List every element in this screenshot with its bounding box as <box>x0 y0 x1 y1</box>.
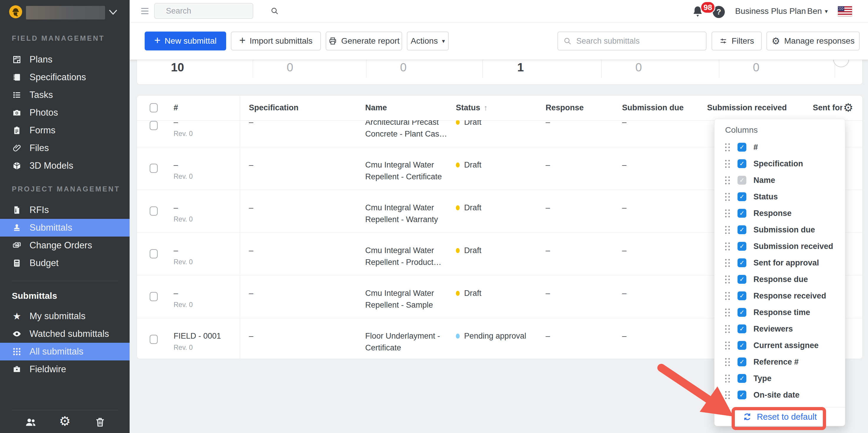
project-switcher[interactable] <box>0 0 130 24</box>
checkbox-checked[interactable]: ✓ <box>738 258 746 267</box>
import-submittals-button[interactable]: + Import submittals <box>231 32 321 51</box>
columns-menu-item-status[interactable]: ✓Status <box>714 189 845 205</box>
row-checkbox[interactable] <box>150 206 158 215</box>
columns-menu-item-response-received[interactable]: ✓Response received <box>714 288 845 304</box>
checkbox-checked[interactable]: ✓ <box>738 242 746 251</box>
sidebar-item-my-submittals[interactable]: ★ My submittals <box>0 307 130 325</box>
sidebar-item-change-orders[interactable]: Change Orders <box>0 237 130 254</box>
column-header-number[interactable]: # <box>174 103 178 112</box>
drag-handle-icon[interactable] <box>725 375 726 376</box>
column-header-specification[interactable]: Specification <box>249 103 299 112</box>
column-header-status[interactable]: Status↑ <box>456 103 488 112</box>
sidebar-item-watched-submittals[interactable]: Watched submittals <box>0 325 130 343</box>
language-flag-icon[interactable] <box>838 6 852 16</box>
status-dot <box>456 291 460 296</box>
columns-menu-item-response-due[interactable]: ✓Response due <box>714 271 845 288</box>
checkbox-checked[interactable]: ✓ <box>738 292 746 300</box>
sidebar-item-forms[interactable]: Forms <box>0 122 130 139</box>
drag-handle-icon[interactable] <box>725 275 726 277</box>
columns-menu-item-current-assignee[interactable]: ✓Current assignee <box>714 337 845 354</box>
drag-handle-icon[interactable] <box>725 391 726 393</box>
drag-handle-icon[interactable] <box>725 259 726 261</box>
drag-handle-icon[interactable] <box>725 308 726 310</box>
sidebar-item-3d-models[interactable]: 3D Models <box>0 157 130 175</box>
drag-handle-icon[interactable] <box>725 341 726 343</box>
sidebar-item-plans[interactable]: Plans <box>0 51 130 68</box>
sidebar-item-submittals[interactable]: Submittals <box>0 219 130 237</box>
filters-button[interactable]: Filters <box>712 32 762 51</box>
checkbox-checked[interactable]: ✓ <box>738 192 746 201</box>
column-header-submission-received[interactable]: Submission received <box>707 103 787 112</box>
revision-label: Rev. 0 <box>174 130 193 137</box>
sidebar-item-label: Fieldwire <box>30 364 66 375</box>
row-checkbox[interactable] <box>150 249 158 258</box>
drag-handle-icon[interactable] <box>725 160 726 161</box>
select-all-checkbox[interactable] <box>150 103 158 112</box>
sidebar-item-rfis[interactable]: RFIs <box>0 201 130 219</box>
checkbox-checked[interactable]: ✓ <box>738 325 746 333</box>
settings-gear-icon[interactable]: ⚙ <box>59 415 70 428</box>
stats-nav-circle-button[interactable] <box>833 60 849 67</box>
row-checkbox[interactable] <box>150 121 158 130</box>
checkbox-checked[interactable]: ✓ <box>738 143 746 152</box>
drag-handle-icon[interactable] <box>725 209 726 211</box>
columns-menu-item-reference[interactable]: ✓Reference # <box>714 354 845 370</box>
columns-menu-item-type[interactable]: ✓Type <box>714 370 845 387</box>
drag-handle-icon[interactable] <box>725 358 726 360</box>
checkbox-checked[interactable]: ✓ <box>738 225 746 234</box>
trash-icon[interactable] <box>94 417 106 428</box>
checkbox-checked[interactable]: ✓ <box>738 209 746 218</box>
calculator-icon <box>12 258 22 268</box>
columns-menu-item-submission-received[interactable]: ✓Submission received <box>714 238 845 255</box>
row-checkbox[interactable] <box>150 335 158 344</box>
column-header-submission-due[interactable]: Submission due <box>622 103 684 112</box>
hamburger-menu-icon[interactable] <box>141 8 149 16</box>
row-checkbox[interactable] <box>150 292 158 301</box>
columns-menu-item-response[interactable]: ✓Response <box>714 205 845 222</box>
new-submittal-button[interactable]: + New submittal <box>145 32 226 51</box>
people-icon[interactable] <box>25 417 37 428</box>
drag-handle-icon[interactable] <box>725 176 726 178</box>
row-checkbox[interactable] <box>150 164 158 173</box>
columns-menu-item-number[interactable]: ✓# <box>714 139 845 156</box>
checkbox-checked[interactable]: ✓ <box>738 275 746 284</box>
columns-menu-item-on-site-date[interactable]: ✓On-site date <box>714 387 845 403</box>
columns-menu-item-name[interactable]: ✓Name <box>714 172 845 189</box>
columns-menu-item-submission-due[interactable]: ✓Submission due <box>714 222 845 238</box>
sidebar-item-tasks[interactable]: Tasks <box>0 86 130 104</box>
drag-handle-icon[interactable] <box>725 292 726 294</box>
column-header-sent-for-approval[interactable]: Sent for approval <box>813 103 842 112</box>
drag-handle-icon[interactable] <box>725 325 726 327</box>
drag-handle-icon[interactable] <box>725 242 726 244</box>
checkbox-checked[interactable]: ✓ <box>738 308 746 317</box>
columns-menu-item-sent-for-approval[interactable]: ✓Sent for approval <box>714 255 845 271</box>
sidebar-item-all-submittals[interactable]: All submittals <box>0 343 130 360</box>
column-header-name[interactable]: Name <box>365 103 387 112</box>
sidebar-item-fieldwire[interactable]: Fieldwire <box>0 360 130 378</box>
columns-menu-item-specification[interactable]: ✓Specification <box>714 156 845 172</box>
manage-responses-button[interactable]: ⚙ Manage responses <box>767 32 860 51</box>
search-submittals-input[interactable] <box>576 36 706 46</box>
checkbox-checked[interactable]: ✓ <box>738 159 746 168</box>
drag-handle-icon[interactable] <box>725 226 726 227</box>
checkbox-checked[interactable]: ✓ <box>738 374 746 383</box>
user-menu[interactable]: Ben ▾ <box>807 0 828 22</box>
drag-handle-icon[interactable] <box>725 193 726 194</box>
checkbox-checked[interactable]: ✓ <box>738 358 746 366</box>
column-settings-gear-icon[interactable]: ⚙ <box>843 102 853 113</box>
actions-dropdown-button[interactable]: Actions ▾ <box>407 32 449 51</box>
columns-menu-item-reviewers[interactable]: ✓Reviewers <box>714 321 845 337</box>
sidebar-item-budget[interactable]: Budget <box>0 254 130 272</box>
chevron-down-icon[interactable] <box>108 9 118 15</box>
checkbox-checked[interactable]: ✓ <box>738 391 746 399</box>
checkbox-checked[interactable]: ✓ <box>738 341 746 350</box>
drag-handle-icon[interactable] <box>725 143 726 145</box>
column-header-response[interactable]: Response <box>546 103 584 112</box>
generate-report-button[interactable]: Generate report <box>326 32 402 51</box>
columns-menu-item-response-time[interactable]: ✓Response time <box>714 304 845 321</box>
global-search-input[interactable] <box>155 6 271 15</box>
sidebar-item-specifications[interactable]: Specifications <box>0 68 130 86</box>
sidebar-item-files[interactable]: Files <box>0 139 130 157</box>
sidebar-item-photos[interactable]: Photos <box>0 104 130 122</box>
notification-count-badge[interactable]: 98 <box>700 1 715 13</box>
